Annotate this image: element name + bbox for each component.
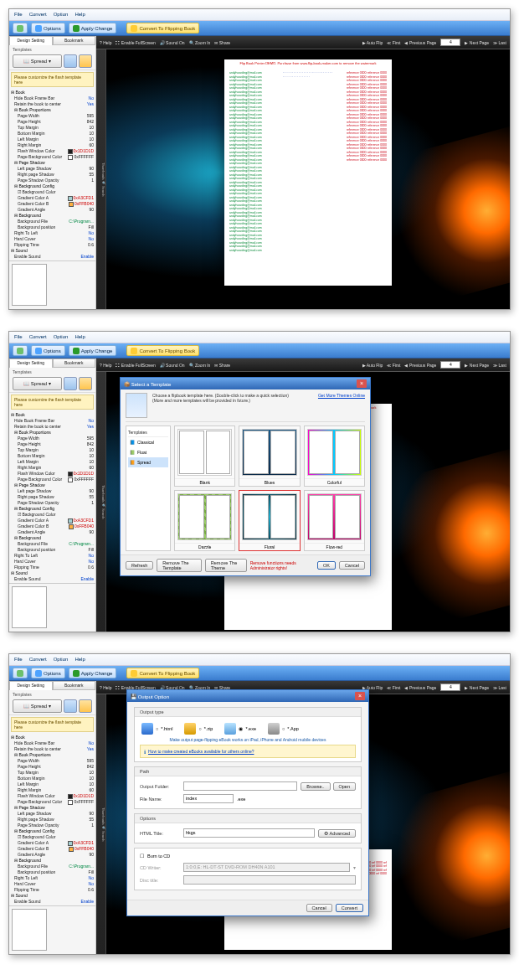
opt-html[interactable]: ○*.html: [141, 723, 172, 735]
autoflip-button[interactable]: ▶ Auto Flip: [362, 40, 383, 45]
template-blues[interactable]: Blues: [239, 426, 300, 487]
category-classical[interactable]: 📘Classical: [128, 437, 168, 447]
templates-label: Templates: [9, 45, 95, 52]
help-button[interactable]: ? Help: [100, 40, 111, 45]
opt-exe[interactable]: ◉*.exe: [224, 723, 256, 735]
convert-action-button[interactable]: Convert: [336, 904, 363, 912]
template-grid: Blank Blues Colorful Dazzle Floral Flow-…: [174, 426, 365, 551]
advanced-button[interactable]: ⚙ Advanced: [318, 829, 356, 838]
output-folder-input[interactable]: [183, 781, 297, 791]
open-button[interactable]: Open: [333, 782, 356, 791]
cancel-button[interactable]: Cancel: [306, 904, 332, 912]
convert-button[interactable]: Convert To Flipping Book: [126, 668, 199, 678]
toolbar: Options Apply Change Convert To Flipping…: [9, 21, 510, 36]
file-name-input[interactable]: index: [183, 794, 234, 803]
import-button[interactable]: [13, 23, 28, 34]
template-category-list: Templates 📘Classical 📗Float 📙Spread: [126, 426, 171, 551]
share-button[interactable]: ✉ Share: [214, 40, 230, 45]
template-blank[interactable]: Blank: [174, 426, 235, 487]
availability-link[interactable]: How to make created eBooks available for…: [148, 747, 254, 756]
output-option-dialog: 💾 Output Option × Output type ○*.html ○*…: [126, 689, 369, 916]
sound-button[interactable]: 🔊 Sound On: [160, 40, 185, 45]
info-icon: ℹ: [144, 749, 146, 755]
output-folder-label: Output Folder:: [140, 784, 180, 789]
first-page-button[interactable]: ≪ First: [387, 40, 400, 45]
burn-checkbox[interactable]: ☐: [140, 854, 144, 859]
flipbook-viewer: ? Help ⛶ Enable FullScreen 🔊 Sound On 🔍 …: [96, 36, 510, 309]
refresh-button[interactable]: Refresh: [126, 561, 153, 570]
tab-bookmark[interactable]: Bookmark: [53, 36, 96, 45]
template-save-icon[interactable]: [79, 54, 92, 68]
close-icon[interactable]: ×: [355, 692, 365, 700]
screenshot-template-dialog: FileConvertOptionHelp Options Apply Chan…: [8, 331, 511, 632]
select-template-dialog: 📦 Select a Template × Choose a flipbook …: [120, 377, 371, 576]
disc-title-input: [183, 875, 356, 885]
options-button[interactable]: Options: [31, 668, 65, 678]
cancel-button[interactable]: Cancel: [339, 561, 365, 570]
import-button[interactable]: [13, 668, 28, 678]
cd-writer-select: 1:0:0,E: HL-DT-ST DVD-ROM DH40N A101: [183, 863, 350, 872]
import-button[interactable]: [13, 345, 28, 356]
ok-button[interactable]: OK: [317, 561, 336, 570]
category-spread[interactable]: 📙Spread: [128, 457, 168, 467]
hint-thumbnail: [126, 393, 147, 418]
apply-change-button[interactable]: Apply Change: [69, 23, 117, 34]
output-type-header: Output type: [135, 708, 361, 717]
template-browse-icon[interactable]: [64, 54, 77, 68]
opt-zip[interactable]: ○*.zip: [184, 723, 213, 735]
menu-convert[interactable]: Convert: [29, 12, 47, 18]
screenshot-output-dialog: FileConvertOptionHelp Options Apply Chan…: [8, 653, 511, 955]
menu-help[interactable]: Help: [75, 12, 85, 18]
customize-hint: Please customize the flash template here: [11, 72, 94, 87]
flipbook-page[interactable]: Flip Book Printer DEMO. Purchase from ww…: [224, 59, 392, 286]
thumbnail-preview: [9, 260, 95, 309]
apply-change-button[interactable]: Apply Change: [69, 345, 117, 356]
viewer-toolbar: ? Help ⛶ Enable FullScreen 🔊 Sound On 🔍 …: [96, 36, 510, 49]
screenshot-main: File Convert Option Help Options Apply C…: [8, 8, 511, 310]
prev-page-button[interactable]: ◀ Previous Page: [404, 40, 436, 45]
template-dazzle[interactable]: Dazzle: [174, 490, 235, 551]
menu-option[interactable]: Option: [54, 12, 69, 18]
admin-warning: Remove functions needs Administrator rig…: [250, 560, 311, 570]
category-float[interactable]: 📗Float: [128, 447, 168, 457]
template-select-button[interactable]: 📖Spread▾: [13, 54, 62, 68]
file-ext: .exe: [237, 797, 245, 802]
demo-watermark: Flip Book Printer DEMO. Purchase from ww…: [228, 61, 388, 65]
design-panel: Design Setting Bookmark Templates 📖Sprea…: [9, 36, 96, 309]
next-page-button[interactable]: ▶ Next Page: [465, 40, 489, 45]
template-floral[interactable]: Floral: [239, 490, 300, 551]
remove-theme-button[interactable]: Remove The Theme: [205, 559, 247, 572]
convert-button[interactable]: Convert To Flipping Book: [126, 345, 199, 356]
html-title-input[interactable]: hkgs: [183, 828, 315, 838]
dialog-titlebar[interactable]: 📦 Select a Template ×: [121, 378, 370, 389]
remove-template-button[interactable]: Remove The Template: [157, 559, 202, 572]
browse-button[interactable]: Browse..: [301, 782, 330, 791]
options-button[interactable]: Options: [31, 345, 65, 356]
tab-design-setting[interactable]: Design Setting: [9, 36, 53, 45]
menubar: File Convert Option Help: [9, 9, 510, 21]
opt-app[interactable]: ○*.App: [268, 723, 299, 735]
last-page-button[interactable]: ≫ Last: [493, 40, 506, 45]
options-button[interactable]: Options: [31, 23, 65, 34]
thumbnails-strip[interactable]: Thumbnails 🔍 Search: [96, 49, 106, 309]
property-tree[interactable]: ⊟ BookHide Book Frame BarNoRetain the bo…: [9, 89, 95, 260]
html-title-label: HTML Title:: [140, 831, 180, 836]
menu-file[interactable]: File: [14, 12, 23, 18]
fullscreen-button[interactable]: ⛶ Enable FullScreen: [116, 40, 155, 45]
dialog-titlebar[interactable]: 💾 Output Option ×: [127, 690, 368, 702]
template-flow-red[interactable]: Flow-red: [304, 490, 365, 551]
zoom-button[interactable]: 🔍 Zoom In: [189, 40, 211, 45]
get-more-themes-link[interactable]: Get More Themes Online: [318, 393, 365, 398]
apply-change-button[interactable]: Apply Change: [69, 668, 117, 678]
close-icon[interactable]: ×: [357, 379, 367, 388]
convert-button[interactable]: Convert To Flipping Book: [126, 23, 199, 34]
hint-line2: (More and more templates will be provide…: [152, 398, 289, 403]
template-colorful[interactable]: Colorful: [304, 426, 365, 487]
page-number-input[interactable]: 4: [440, 39, 460, 46]
mobile-note: Make output page-flipping eBook works on…: [140, 737, 356, 745]
file-name-label: File Name:: [140, 797, 180, 802]
